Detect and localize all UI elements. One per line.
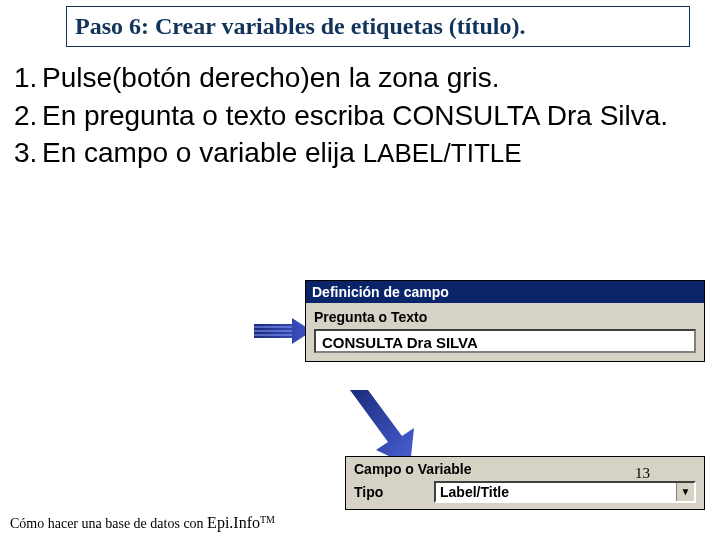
footer-tm: TM bbox=[260, 514, 275, 525]
step-number: 3. bbox=[14, 136, 42, 170]
field-definition-dialog: Definición de campo Pregunta o Texto CON… bbox=[305, 280, 705, 362]
step-text: En pregunta o texto escriba CONSULTA Dra… bbox=[42, 99, 702, 133]
question-label: Pregunta o Texto bbox=[306, 303, 704, 327]
dialog-titlebar: Definición de campo bbox=[306, 281, 704, 303]
page-number: 13 bbox=[635, 465, 650, 482]
step-number: 2. bbox=[14, 99, 42, 133]
chevron-down-icon[interactable]: ▼ bbox=[676, 483, 694, 501]
type-label: Tipo bbox=[354, 484, 424, 500]
step-3: 3. En campo o variable elija LABEL/TITLE bbox=[14, 136, 702, 170]
question-input[interactable]: CONSULTA Dra SILVA bbox=[314, 329, 696, 353]
field-type-panel: Campo o Variable Tipo Label/Title ▼ bbox=[345, 456, 705, 510]
footer-text-part: Cómo hacer una base de datos con bbox=[10, 516, 207, 531]
step-text: Pulse(botón derecho)en la zona gris. bbox=[42, 61, 702, 95]
type-value: Label/Title bbox=[436, 483, 676, 501]
footer-brand: Epi.Info bbox=[207, 514, 260, 531]
type-combobox[interactable]: Label/Title ▼ bbox=[434, 481, 696, 503]
footer-text: Cómo hacer una base de datos con Epi.Inf… bbox=[10, 514, 275, 532]
step-text-a: En campo o variable elija bbox=[42, 137, 363, 168]
step-text-b: LABEL/TITLE bbox=[363, 138, 522, 168]
svg-marker-4 bbox=[350, 390, 414, 466]
step-1: 1. Pulse(botón derecho)en la zona gris. bbox=[14, 61, 702, 95]
step-text: En campo o variable elija LABEL/TITLE bbox=[42, 136, 702, 170]
step-number: 1. bbox=[14, 61, 42, 95]
slide-title: Paso 6: Crear variables de etiquetas (tí… bbox=[66, 6, 690, 47]
step-2: 2. En pregunta o texto escriba CONSULTA … bbox=[14, 99, 702, 133]
steps-list: 1. Pulse(botón derecho)en la zona gris. … bbox=[0, 47, 720, 170]
